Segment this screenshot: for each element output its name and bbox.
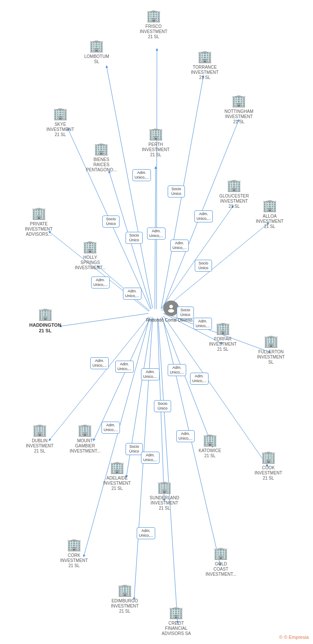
badge-adm-lower5[interactable]: Adm.Unico,... [190, 373, 209, 385]
crezit-node[interactable]: 🏢 CREZITFINANCIALADVISORS SA [162, 605, 191, 636]
holly-building-icon: 🏢 [83, 240, 98, 254]
badge-socio-adelaide[interactable]: SocioÚnico [126, 443, 143, 455]
watermark-text: © Empresia [284, 635, 309, 640]
dublin-building-icon: 🏢 [32, 423, 47, 437]
skye-building-icon: 🏢 [53, 106, 68, 121]
gold-coast-node[interactable]: 🏢 GOLDCOASTINVESTMENT... [206, 546, 236, 577]
sunderland-label: SUNDERLANDINVESTMENT21 SL [150, 495, 179, 511]
katowice-node[interactable]: 🏢 KATOWICE21 SL [199, 433, 221, 459]
badge-adm-lower4[interactable]: Adm.Unico,... [168, 364, 186, 376]
fullerton-label: FULLERTONINVESTMENTSL [257, 349, 285, 365]
bienes-label: BIENESRAICESPENTAGONO... [86, 157, 117, 173]
holly-label: HOLLYSPRINGSINVESTMENT... [75, 255, 106, 270]
alloa-label: ALLOAINVESTMENT21 SL [256, 214, 283, 229]
lombotum-label: LOMBOTUMSL [84, 54, 109, 64]
frisco-label: FRISCOINVESTMENT21 SL [140, 24, 167, 39]
badge-adm-mid2[interactable]: Adm.Unico,... [170, 240, 189, 252]
svg-line-1 [107, 67, 153, 308]
badge-socio-mid[interactable]: SocioÚnico [195, 260, 212, 272]
perth-label: PERTHINVESTMENT21 SL [142, 142, 169, 158]
badge-socio-forfar[interactable]: SocioÚnico [177, 307, 194, 319]
haddington-building-icon: 🏢 [38, 307, 53, 321]
badge-adm-forfar[interactable]: Adm.Unico,... [193, 318, 212, 330]
watermark-symbol: © [279, 635, 282, 640]
alloa-node[interactable]: 🏢 ALLOAINVESTMENT21 SL [256, 198, 283, 229]
mount-gambier-node[interactable]: 🏢 MOUNTGAMBIERINVESTMENT... [70, 423, 101, 454]
skye-node[interactable]: 🏢 SKYEINVESTMENT21 SL [46, 106, 74, 137]
dublin-node[interactable]: 🏢 DUBLININVESTMENT21 SL [26, 423, 53, 454]
cook-node[interactable]: 🏢 COOKINVESTMENT21 SL [255, 450, 282, 481]
adelaide-node[interactable]: 🏢 ADELAIDEINVESTMENT21 SL [103, 460, 131, 491]
haddington-label: HADDINGTON21 SL [29, 322, 61, 334]
badge-adm-katowice[interactable]: Adm.Unico,... [176, 430, 195, 442]
bienes-building-icon: 🏢 [94, 142, 109, 156]
sunderland-building-icon: 🏢 [157, 480, 172, 494]
edimburgo-label: EDIMBURGOINVESTMENT21 SL [111, 598, 138, 614]
mount-gambier-label: MOUNTGAMBIERINVESTMENT... [70, 438, 101, 454]
gold-coast-label: GOLDCOASTINVESTMENT... [206, 562, 236, 577]
forfar-label: FORFARINVESTMENT21 SL [209, 337, 236, 352]
bienes-node[interactable]: 🏢 BIENESRAICESPENTAGONO... [86, 142, 117, 173]
badge-adm-mount[interactable]: Adm.Unico,... [101, 422, 120, 434]
frisco-node[interactable]: 🏢 FRISCOINVESTMENT21 SL [140, 9, 167, 39]
svg-line-14 [49, 317, 149, 440]
perth-node[interactable]: 🏢 PERTHINVESTMENT21 SL [142, 127, 169, 158]
badge-socio-perth[interactable]: SocioÚnico [168, 185, 185, 197]
svg-point-24 [169, 305, 173, 308]
svg-line-9 [162, 223, 268, 311]
edimburgo-building-icon: 🏢 [117, 583, 132, 597]
person-icon [166, 304, 176, 313]
badge-socio-lower[interactable]: SocioÚnico [154, 400, 171, 412]
adelaide-building-icon: 🏢 [110, 460, 125, 474]
cork-label: CORKINVESTMENT21 SL [60, 553, 88, 568]
badge-adm-perth[interactable]: Adm.Unico,... [132, 169, 151, 181]
torrance-label: TORRANCEINVESTMENT21 SL [191, 65, 218, 80]
svg-line-0 [156, 49, 157, 309]
cook-building-icon: 🏢 [261, 450, 276, 464]
fullerton-node[interactable]: 🏢 FULLERTONINVESTMENTSL [257, 334, 285, 365]
lombotum-building-icon: 🏢 [89, 39, 104, 53]
badge-adm-cork[interactable]: Adm.Unico,... [137, 527, 155, 539]
skye-label: SKYEINVESTMENT21 SL [46, 122, 74, 137]
svg-point-25 [168, 309, 174, 313]
sunderland-node[interactable]: 🏢 SUNDERLANDINVESTMENT21 SL [150, 480, 179, 511]
haddington-node[interactable]: 🏢 HADDINGTON21 SL [29, 307, 61, 334]
badge-adm-sunderland[interactable]: Adm.Unico,... [141, 452, 160, 464]
badge-adm-holly[interactable]: Adm.Unico,... [91, 276, 110, 289]
torrance-building-icon: 🏢 [197, 49, 212, 64]
alloa-building-icon: 🏢 [262, 198, 277, 213]
fullerton-building-icon: 🏢 [264, 334, 279, 348]
torrance-node[interactable]: 🏢 TORRANCEINVESTMENT21 SL [191, 49, 218, 80]
dublin-label: DUBLININVESTMENT21 SL [26, 438, 53, 454]
perth-building-icon: 🏢 [148, 127, 163, 141]
adelaide-label: ADELAIDEINVESTMENT21 SL [103, 476, 131, 491]
badge-adm-lower3[interactable]: Adm.Unico,... [141, 368, 160, 380]
badge-socio-bienes[interactable]: SocioÚnico [102, 216, 120, 228]
badge-socio-holly[interactable]: SocioÚnico [126, 232, 143, 244]
private-label: PRIVATEINVESTMENTADVISORS... [25, 222, 52, 237]
watermark: © © Empresia [279, 635, 309, 640]
nottingham-label: NOTTINGHAMINVESTMENT21 SL [224, 109, 253, 125]
nottingham-node[interactable]: 🏢 NOTTINGHAMINVESTMENT21 SL [224, 94, 253, 125]
private-node[interactable]: 🏢 PRIVATEINVESTMENTADVISORS... [25, 206, 52, 237]
svg-line-11 [60, 313, 148, 326]
katowice-label: KATOWICE21 SL [199, 448, 221, 459]
gloucester-building-icon: 🏢 [227, 178, 242, 192]
lombotum-node[interactable]: 🏢 LOMBOTUMSL [84, 39, 109, 64]
crezit-label: CREZITFINANCIALADVISORS SA [162, 621, 191, 636]
cork-building-icon: 🏢 [67, 538, 82, 552]
katowice-building-icon: 🏢 [203, 433, 218, 447]
badge-adm-gloucester[interactable]: Adm.Unico,... [194, 210, 213, 222]
badge-adm-lower1[interactable]: Adm.Unico,... [90, 357, 109, 369]
badge-adm-center[interactable]: Adm.Unico,... [123, 288, 141, 300]
nottingham-building-icon: 🏢 [231, 94, 246, 108]
cook-label: COOKINVESTMENT21 SL [255, 465, 282, 481]
gloucester-node[interactable]: 🏢 GLOUCESTERINVESTMENT21 SL [219, 178, 249, 209]
gold-coast-building-icon: 🏢 [213, 546, 228, 560]
forfar-node[interactable]: 🏢 FORFARINVESTMENT21 SL [209, 321, 236, 352]
edimburgo-node[interactable]: 🏢 EDIMBURGOINVESTMENT21 SL [111, 583, 138, 614]
badge-adm-mid1[interactable]: Adm.Unico,... [147, 228, 166, 240]
cork-node[interactable]: 🏢 CORKINVESTMENT21 SL [60, 538, 88, 568]
holly-node[interactable]: 🏢 HOLLYSPRINGSINVESTMENT... [75, 240, 106, 270]
badge-adm-lower2[interactable]: Adm.Unico,... [115, 361, 134, 373]
